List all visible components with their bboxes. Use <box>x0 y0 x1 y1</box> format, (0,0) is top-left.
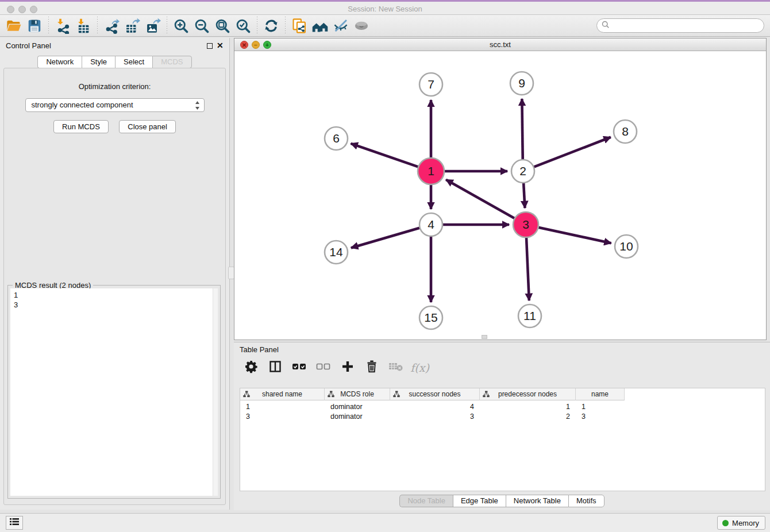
criterion-dropdown[interactable]: strongly connected component <box>25 98 205 112</box>
column-label: name <box>591 390 609 398</box>
clone-network-button[interactable] <box>289 16 310 36</box>
search-box[interactable] <box>596 18 764 33</box>
mcds-pane: Optimization criterion: strongly connect… <box>3 68 226 505</box>
mcds-result-area[interactable]: 1 3 <box>10 288 218 496</box>
graph-edge-4-14[interactable] <box>351 228 421 248</box>
refresh-view-button[interactable] <box>261 16 282 36</box>
search-input[interactable] <box>613 21 756 30</box>
tab-style[interactable]: Style <box>82 56 115 68</box>
graph-node-label: 14 <box>329 245 343 259</box>
window-titlebar: Session: New Session <box>0 0 770 15</box>
tree-icon <box>243 391 250 399</box>
graph-edge-1-6[interactable] <box>351 144 419 167</box>
graph-node-label: 1 <box>428 164 434 178</box>
graph-node-label: 3 <box>522 218 529 231</box>
table-tabs: Node TableEdge TableNetwork TableMotifs <box>234 495 770 507</box>
tree-icon <box>328 391 334 399</box>
show-all-button[interactable] <box>351 16 372 36</box>
graph-edge-2-9[interactable] <box>522 99 522 160</box>
open-session-button[interactable] <box>3 16 24 36</box>
column-header-predecessor-nodes[interactable]: predecessor nodes <box>480 388 576 400</box>
column-label: MCDS role <box>340 390 374 398</box>
column-header-name[interactable]: name <box>576 388 625 400</box>
tab-network[interactable]: Network <box>37 56 82 68</box>
column-header-shared-name[interactable]: shared name <box>240 388 325 400</box>
export-table-button[interactable] <box>122 16 143 36</box>
zoom-out-icon <box>194 18 210 34</box>
mcds-result-text: 1 3 <box>10 288 218 311</box>
select-all-columns-button[interactable] <box>291 360 307 375</box>
unselect-all-columns-button[interactable] <box>315 360 331 375</box>
graph-node-label: 10 <box>619 240 633 253</box>
graph-edge-2-3[interactable] <box>523 182 525 208</box>
status-bar: Memory <box>0 513 770 532</box>
criterion-value: strongly connected component <box>32 101 133 109</box>
memory-status-dot <box>722 520 729 526</box>
graph-edge-3-10[interactable] <box>538 227 611 243</box>
export-image-button[interactable] <box>143 16 163 36</box>
toolbar-separator <box>167 17 167 35</box>
result-scrollbar[interactable] <box>213 288 218 496</box>
toolbar-separator <box>285 17 286 35</box>
canvas-hscroll-thumb[interactable] <box>482 335 487 339</box>
first-neighbors-button[interactable] <box>310 16 330 36</box>
memory-label: Memory <box>732 519 759 527</box>
tab-motifs[interactable]: Motifs <box>568 495 605 507</box>
delete-column-button[interactable] <box>364 360 379 375</box>
zoom-fit-button[interactable] <box>212 16 233 36</box>
eye-slash-icon <box>333 18 349 34</box>
column-header-mcds-role[interactable]: MCDS role <box>325 388 390 400</box>
tab-select[interactable]: Select <box>115 56 152 68</box>
tab-edge-table[interactable]: Edge Table <box>453 495 506 507</box>
export-network-button[interactable] <box>101 16 122 36</box>
tab-network-table[interactable]: Network Table <box>506 495 568 507</box>
table-cell: 1 <box>240 402 325 412</box>
gear-icon <box>244 360 258 376</box>
column-header-successor-nodes[interactable]: successor nodes <box>390 388 480 400</box>
table-cell: dominator <box>325 412 390 422</box>
trash-icon <box>365 360 379 376</box>
panel-splitter[interactable] <box>230 38 234 340</box>
refresh-icon <box>263 18 279 34</box>
graph-node-label: 11 <box>523 309 536 322</box>
control-panel-tabs: NetworkStyleSelectMCDS <box>0 56 229 68</box>
graph-edge-3-11[interactable] <box>526 237 529 300</box>
float-panel-icon[interactable] <box>207 43 213 49</box>
add-column-button[interactable] <box>340 360 355 375</box>
dropdown-stepper-icon <box>195 101 200 114</box>
tab-node-table[interactable]: Node Table <box>399 495 453 507</box>
task-history-button[interactable] <box>6 516 23 530</box>
zoom-out-button[interactable] <box>191 16 212 36</box>
tab-mcds[interactable]: MCDS <box>152 56 191 68</box>
table-settings-button[interactable] <box>243 360 259 375</box>
task-list-icon <box>9 517 20 529</box>
memory-button[interactable]: Memory <box>717 516 765 530</box>
table-toolbar: f(x) <box>243 360 428 375</box>
graph-node-label: 4 <box>428 218 434 231</box>
hide-selected-button[interactable] <box>330 16 351 36</box>
table-panel-title: Table Panel <box>240 345 279 354</box>
plus-icon <box>341 360 355 376</box>
node-table-body: 1dominator4113dominator323 <box>240 400 765 422</box>
network-canvas[interactable]: 7968124314101511 <box>234 51 766 340</box>
search-icon <box>602 21 610 31</box>
import-table-button[interactable] <box>73 16 94 36</box>
mcds-result-group: MCDS result (2 nodes) 1 3 <box>7 285 221 499</box>
table-cell: 3 <box>390 412 480 422</box>
network-graph[interactable]: 7968124314101511 <box>234 51 766 340</box>
table-row[interactable]: 1dominator411 <box>240 402 765 412</box>
close-panel-button[interactable]: Close panel <box>119 120 176 133</box>
delete-table-icon <box>388 361 403 375</box>
save-session-button[interactable] <box>24 16 45 36</box>
export-table-icon <box>124 18 140 34</box>
table-row[interactable]: 3dominator323 <box>240 412 765 422</box>
close-panel-icon[interactable]: ✕ <box>217 41 224 50</box>
graph-edge-3-1[interactable] <box>446 180 515 219</box>
zoom-in-button[interactable] <box>171 16 191 36</box>
network-window-titlebar[interactable]: ✕ − + scc.txt <box>234 38 766 51</box>
show-column-button[interactable] <box>267 360 283 375</box>
graph-edge-2-8[interactable] <box>533 137 611 167</box>
import-network-button[interactable] <box>52 16 73 36</box>
run-mcds-button[interactable]: Run MCDS <box>53 120 109 133</box>
zoom-selected-button[interactable] <box>233 16 253 36</box>
